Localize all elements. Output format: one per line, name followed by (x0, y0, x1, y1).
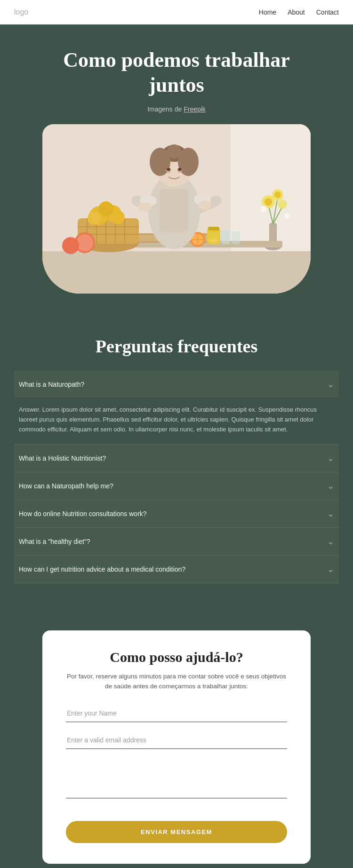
faq-header-2[interactable]: What is a Holistic Nutritionist? ⌄ (14, 445, 339, 472)
svg-rect-41 (208, 227, 219, 231)
faq-chevron-6: ⌄ (327, 564, 334, 574)
contact-title: Como posso ajudá-lo? (66, 649, 287, 665)
faq-header-1[interactable]: What is a Naturopath? ⌄ (14, 371, 339, 398)
faq-item-3: How can a Naturopath help me? ⌄ (14, 472, 339, 500)
contact-section: Como posso ajudá-lo? Por favor, reserve … (0, 602, 353, 868)
faq-question-5: What is a "healthy diet"? (19, 538, 90, 545)
contact-card: Como posso ajudá-lo? Por favor, reserve … (42, 630, 311, 864)
logo: logo (14, 8, 28, 16)
hero-title: Como podemos trabalhar juntos (35, 48, 318, 98)
faq-section: Perguntas frequentes What is a Naturopat… (0, 308, 353, 602)
svg-rect-55 (160, 189, 188, 231)
faq-item-6: How can I get nutrition advice about a m… (14, 556, 339, 583)
navbar: logo Home About Contact (0, 0, 353, 24)
svg-rect-43 (221, 230, 230, 244)
faq-item-5: What is a "healthy diet"? ⌄ (14, 528, 339, 556)
hero-subtitle: Imagens de Freepik (14, 105, 339, 113)
message-textarea[interactable] (66, 758, 287, 798)
svg-point-31 (111, 210, 125, 224)
svg-point-54 (178, 168, 182, 171)
faq-item-2: What is a Holistic Nutritionist? ⌄ (14, 445, 339, 472)
svg-point-42 (209, 239, 218, 242)
message-field-group (66, 758, 287, 800)
send-button[interactable]: ENVIAR MENSAGEM (66, 821, 287, 843)
faq-header-5[interactable]: What is a "healthy diet"? ⌄ (14, 528, 339, 555)
svg-point-61 (198, 200, 211, 210)
svg-point-14 (284, 213, 290, 219)
contact-description: Por favor, reserve alguns minutos para m… (66, 672, 287, 692)
faq-chevron-4: ⌄ (327, 509, 334, 519)
hero-image (42, 124, 311, 294)
svg-rect-1 (42, 251, 311, 294)
freepik-link[interactable]: Freepik (184, 105, 206, 113)
svg-point-60 (138, 202, 152, 212)
faq-question-3: How can a Naturopath help me? (19, 482, 113, 490)
faq-chevron-2: ⌄ (327, 453, 334, 463)
hero-section: Como podemos trabalhar juntos Imagens de… (0, 24, 353, 308)
svg-point-34 (76, 234, 93, 251)
faq-item-4: How do online Nutrition consultations wo… (14, 500, 339, 528)
faq-question-6: How can I get nutrition advice about a m… (19, 565, 185, 573)
faq-item-1: What is a Naturopath? ⌄ Answer. Lorem ip… (14, 371, 339, 445)
faq-section-title: Perguntas frequentes (14, 336, 339, 357)
faq-question-4: How do online Nutrition consultations wo… (19, 510, 147, 518)
svg-point-29 (98, 201, 113, 216)
svg-point-53 (167, 168, 170, 171)
faq-chevron-5: ⌄ (327, 536, 334, 547)
svg-point-13 (260, 206, 267, 212)
faq-header-6[interactable]: How can I get nutrition advice about a m… (14, 556, 339, 583)
svg-point-10 (274, 191, 281, 198)
hero-illustration (42, 124, 311, 294)
svg-point-7 (265, 198, 272, 206)
nav-contact-link[interactable]: Contact (316, 8, 339, 16)
faq-question-1: What is a Naturopath? (19, 381, 84, 388)
email-input[interactable] (66, 732, 287, 749)
svg-point-12 (278, 199, 287, 209)
faq-header-3[interactable]: How can a Naturopath help me? ⌄ (14, 472, 339, 500)
svg-rect-44 (232, 231, 240, 244)
nav-home-link[interactable]: Home (259, 8, 276, 16)
hero-image-bg (42, 124, 311, 294)
faq-answer-1: Answer. Lorem ipsum dolor sit amet, cons… (14, 398, 339, 444)
faq-chevron-1: ⌄ (327, 379, 334, 390)
name-field-group (66, 705, 287, 722)
faq-chevron-3: ⌄ (327, 481, 334, 491)
nav-about-link[interactable]: About (288, 8, 305, 16)
faq-question-2: What is a Holistic Nutritionist? (19, 454, 106, 462)
faq-header-4[interactable]: How do online Nutrition consultations wo… (14, 500, 339, 527)
email-field-group (66, 732, 287, 749)
nav-links: Home About Contact (259, 8, 339, 16)
svg-point-35 (62, 237, 79, 254)
name-input[interactable] (66, 705, 287, 722)
